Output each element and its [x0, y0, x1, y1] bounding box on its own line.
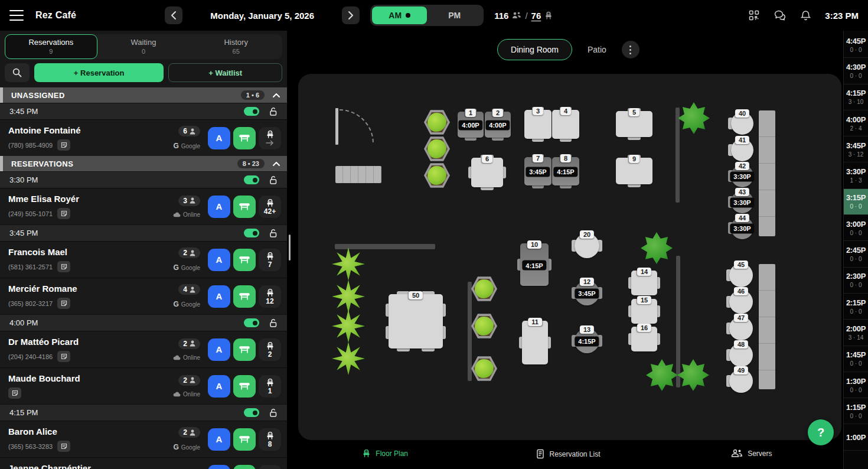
status-button[interactable]: A: [208, 249, 230, 271]
menu-icon[interactable]: [9, 10, 24, 21]
assign-table-button[interactable]: [233, 249, 256, 271]
time-slot-4:45p[interactable]: 4:45P0 · 0: [844, 32, 868, 58]
lock-open-icon[interactable]: [269, 107, 278, 116]
time-slot-1:45p[interactable]: 1:45P0 · 0: [844, 346, 868, 372]
guest-row[interactable]: Maude Bouchard2OnlineA1: [0, 367, 287, 404]
table-5[interactable]: 5: [616, 111, 652, 137]
time-slot-2:30p[interactable]: 2:30P0 · 0: [844, 268, 868, 294]
lock-open-icon[interactable]: [269, 229, 278, 238]
assign-table-button[interactable]: [233, 375, 256, 398]
time-toggle[interactable]: [244, 408, 259, 417]
seat-button[interactable]: 12: [259, 285, 281, 308]
table-50[interactable]: 50: [389, 294, 443, 349]
time-slot-3:30p[interactable]: 3:30P1 · 3: [844, 162, 868, 188]
time-slot-4:15p[interactable]: 4:15P3 · 10: [844, 84, 868, 110]
guest-row[interactable]: Jeanne Charpéntier5A: [0, 457, 287, 469]
time-slot-2:45p[interactable]: 2:45P0 · 0: [844, 241, 868, 267]
am-toggle[interactable]: AM: [372, 6, 427, 24]
lock-open-icon[interactable]: [269, 318, 278, 328]
table-40[interactable]: 40: [731, 112, 753, 135]
table-20[interactable]: 20: [575, 233, 599, 258]
status-button[interactable]: A: [208, 196, 230, 218]
table-7[interactable]: 73:45P: [524, 157, 552, 185]
status-button[interactable]: A: [208, 127, 230, 149]
next-day-button[interactable]: [342, 6, 360, 24]
status-button[interactable]: A: [208, 465, 230, 469]
assign-table-button[interactable]: [233, 196, 256, 218]
prev-day-button[interactable]: [165, 6, 182, 24]
scrollbar-thumb[interactable]: [289, 234, 291, 260]
table-3[interactable]: 3: [524, 110, 552, 139]
section-header[interactable]: RESERVATIONS8 • 23: [0, 156, 287, 171]
table-14[interactable]: 14: [631, 271, 657, 295]
time-slot-1:15p[interactable]: 1:15P0 · 0: [844, 398, 868, 424]
lock-open-icon[interactable]: [269, 408, 278, 418]
time-slot-2:00p[interactable]: 2:00P3 · 14: [844, 320, 868, 346]
table-10[interactable]: 104:15P: [520, 243, 549, 286]
time-slot-1:30p[interactable]: 1:30P0 · 0: [844, 372, 868, 398]
table-46[interactable]: 46: [729, 290, 753, 314]
assign-table-button[interactable]: [233, 127, 256, 149]
table-1[interactable]: 14:00P: [458, 112, 484, 138]
assign-table-button[interactable]: [233, 285, 256, 308]
room-tab-patio[interactable]: Patio: [588, 45, 606, 54]
time-slot-3:00p[interactable]: 3:00P0 · 0: [844, 215, 868, 241]
table-13[interactable]: 134:15P: [575, 328, 599, 353]
table-4[interactable]: 4: [552, 110, 579, 139]
pm-toggle[interactable]: PM: [427, 6, 482, 24]
floor-plan-canvas[interactable]: 14:00P24:00P345673:45P84:15P9104:15P1150…: [298, 74, 841, 440]
time-toggle[interactable]: [244, 175, 259, 184]
add-waitlist-button[interactable]: + Waitlist: [168, 63, 282, 82]
status-button[interactable]: A: [208, 428, 230, 451]
seat-button[interactable]: 42+: [259, 196, 281, 218]
seat-button[interactable]: 8: [259, 428, 281, 451]
time-slot-4:00p[interactable]: 4:00P2 · 4: [844, 110, 868, 136]
table-43[interactable]: 433:30P: [731, 191, 753, 213]
note-icon[interactable]: [57, 208, 70, 219]
note-icon[interactable]: [8, 387, 21, 399]
note-icon[interactable]: [57, 139, 70, 151]
sidebar-scrollbar[interactable]: [287, 31, 293, 469]
seat-button[interactable]: [259, 127, 281, 149]
status-button[interactable]: A: [208, 375, 230, 398]
time-slot-1:00p[interactable]: 1:00P: [844, 424, 868, 450]
assign-table-button[interactable]: [233, 338, 256, 361]
tab-waiting[interactable]: Waiting0: [97, 34, 190, 59]
time-slot-4:30p[interactable]: 4:30P0 · 0: [844, 58, 868, 84]
table-42[interactable]: 423:30P: [731, 165, 753, 187]
note-icon[interactable]: [57, 441, 70, 452]
time-toggle[interactable]: [244, 107, 259, 116]
table-11[interactable]: 11: [522, 321, 548, 364]
guest-row[interactable]: Francois Mael(581) 361-25712GGoogleA7: [0, 241, 287, 278]
chat-icon[interactable]: [774, 10, 787, 21]
table-47[interactable]: 47: [729, 317, 753, 340]
table-49[interactable]: 49: [729, 369, 753, 393]
help-button[interactable]: ?: [808, 419, 834, 445]
nav-floor-plan[interactable]: Floor Plan: [293, 449, 477, 458]
table-48[interactable]: 48: [729, 343, 753, 367]
nav-reservation-list[interactable]: Reservation List: [477, 449, 660, 459]
guest-row[interactable]: Baron Alice(365) 563-32832GGoogleA8: [0, 421, 287, 457]
assign-table-button[interactable]: [233, 428, 256, 451]
guest-row[interactable]: Mme Elisa Royér(249) 505-10713OnlineA42+: [0, 188, 287, 224]
assign-table-button[interactable]: [233, 465, 256, 469]
status-button[interactable]: A: [208, 285, 230, 308]
section-header[interactable]: UNASSIGNED1 • 6: [0, 87, 287, 103]
apps-grid-icon[interactable]: [749, 10, 759, 21]
tab-history[interactable]: History65: [190, 34, 282, 59]
table-6[interactable]: 6: [471, 158, 503, 187]
tab-reservations[interactable]: Reservations9: [5, 34, 97, 59]
table-8[interactable]: 84:15P: [552, 157, 579, 185]
bell-icon[interactable]: [801, 10, 811, 21]
guest-row[interactable]: Dr Mattéo Picard(204) 240-41862OnlineA2: [0, 331, 287, 367]
time-slot-2:15p[interactable]: 2:15P0 · 0: [844, 294, 868, 320]
table-12[interactable]: 123:45P: [575, 281, 599, 305]
seat-button[interactable]: 1: [259, 375, 281, 398]
time-toggle[interactable]: [244, 229, 259, 237]
table-15[interactable]: 15: [631, 299, 657, 324]
note-icon[interactable]: [57, 261, 70, 272]
seat-button[interactable]: 7: [259, 249, 281, 271]
time-slot-3:15p[interactable]: 3:15P0 · 0: [844, 189, 868, 215]
table-44[interactable]: 443:30P: [731, 217, 753, 239]
status-button[interactable]: A: [208, 338, 230, 361]
